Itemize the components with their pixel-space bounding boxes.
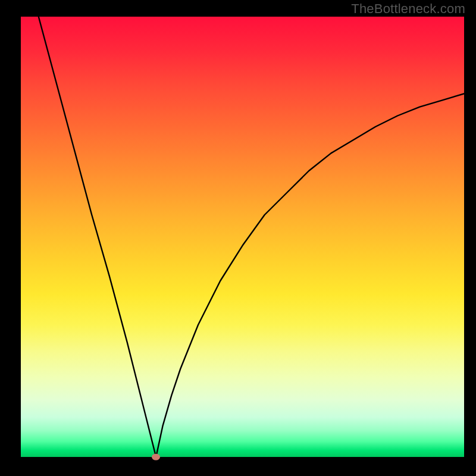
- minimum-marker: [152, 454, 160, 461]
- watermark-text: TheBottleneck.com: [351, 1, 465, 17]
- bottleneck-curve: [21, 17, 464, 457]
- chart-plot-area: [21, 17, 464, 457]
